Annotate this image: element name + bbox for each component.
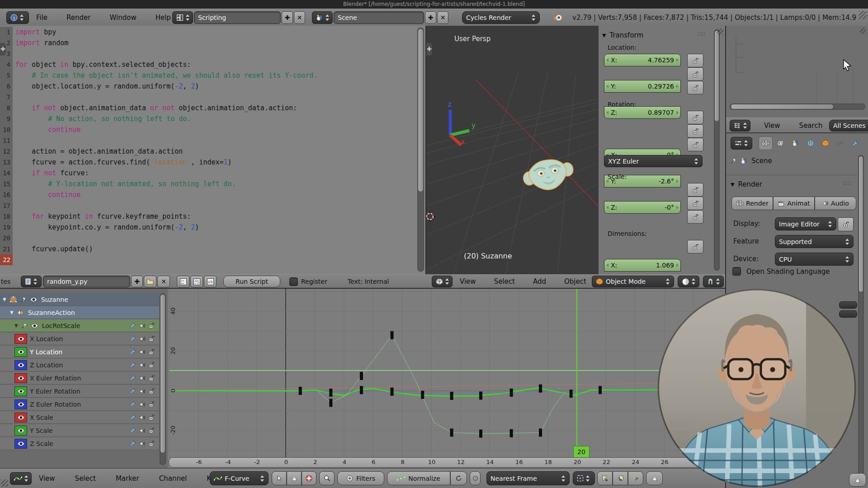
code-line[interactable]: 21 fcurve.update() (0, 244, 416, 254)
layout-delete-button[interactable]: ✕ (294, 11, 305, 24)
keyframe[interactable] (479, 430, 482, 438)
paste-keyframes-button[interactable] (613, 471, 628, 485)
lock-button[interactable] (838, 217, 854, 231)
mute-speaker-icon[interactable] (139, 348, 146, 355)
modifier-wrench-icon[interactable] (129, 361, 136, 368)
scene-add-button[interactable]: ✚ (425, 11, 436, 24)
cursor-toggle[interactable] (272, 471, 287, 485)
zoom-tool-button[interactable] (319, 471, 335, 485)
lock-icon[interactable] (148, 322, 155, 329)
properties-tab-render[interactable] (759, 136, 773, 150)
corner-grip[interactable] (859, 11, 867, 19)
curve-x-location[interactable] (169, 383, 722, 390)
snap-widget[interactable] (703, 276, 724, 287)
code-line[interactable]: 4for object in bpy.context.selected_obje… (0, 59, 416, 70)
lock-icon[interactable] (148, 440, 155, 447)
modifier-wrench-icon[interactable] (129, 335, 136, 342)
collapse-arrow-icon[interactable]: ▼ (602, 33, 606, 38)
text-open-button[interactable] (144, 276, 156, 287)
osl-checkbox[interactable] (732, 267, 741, 276)
keyframe[interactable] (510, 389, 513, 397)
snap-keys-button[interactable] (628, 471, 643, 485)
helpers-toggle[interactable] (302, 471, 316, 485)
mute-speaker-icon[interactable] (139, 375, 146, 381)
channel-eye-icon[interactable] (17, 349, 25, 355)
scene-selector-icon-button[interactable] (312, 11, 333, 24)
mute-speaker-icon[interactable] (139, 361, 146, 368)
audio-button[interactable]: Audio (815, 197, 856, 210)
editor-type-button-graph[interactable] (10, 472, 32, 485)
lock-button[interactable] (687, 81, 703, 94)
channels-scrollbar[interactable] (160, 293, 166, 465)
channel-eye-icon[interactable] (17, 402, 25, 407)
modifier-wrench-icon[interactable] (129, 375, 136, 381)
keyframe[interactable] (479, 392, 482, 400)
keyframe[interactable] (539, 428, 542, 436)
properties-tab-object[interactable] (818, 136, 832, 150)
properties-tab-modifiers[interactable] (848, 136, 862, 150)
mode-select[interactable]: Object Mode (592, 276, 674, 287)
code-line[interactable]: 18 for keypoint in fcurve.keyframe_point… (0, 211, 416, 222)
layout-add-button[interactable]: ✚ (282, 11, 293, 24)
text-editor[interactable]: 1import bpy2import random34for object in… (0, 26, 426, 274)
keyframe[interactable] (329, 399, 332, 407)
keyframe[interactable] (391, 388, 394, 396)
graph-mode-select[interactable]: F-Curve (210, 471, 269, 485)
keyframe[interactable] (510, 429, 513, 437)
shading-select[interactable] (678, 276, 699, 287)
lock-button[interactable] (687, 124, 703, 138)
menu-window[interactable]: Window (108, 9, 138, 26)
panel-grip-icon[interactable] (697, 32, 705, 37)
text-unlink-button[interactable]: ✕ (157, 276, 170, 287)
code-line[interactable]: 15 # Y-location not animated, so nothing… (0, 178, 416, 189)
eye-icon[interactable] (30, 297, 38, 302)
code-line[interactable]: 7 (0, 92, 416, 103)
filters-button[interactable]: Filters (337, 471, 384, 485)
render-button[interactable]: Render (731, 197, 773, 210)
number-field-z[interactable]: Z:0.89707 (604, 106, 681, 119)
word-wrap-toggle[interactable] (190, 276, 203, 287)
properties-context-button[interactable] (731, 137, 752, 150)
modifier-wrench-icon[interactable] (129, 401, 136, 408)
prop-select-feature[interactable]: Supported (775, 235, 854, 248)
channel-eye-icon[interactable] (17, 441, 25, 446)
viewport-menu-add[interactable]: Add (531, 275, 548, 288)
lock-button[interactable] (687, 197, 703, 210)
number-field-y[interactable]: Y:0.29726 (604, 80, 681, 93)
code-line[interactable]: 3 (0, 48, 416, 59)
number-field-x[interactable]: X:1.069 (604, 259, 681, 272)
menu-render[interactable]: Render (65, 9, 92, 26)
mute-speaker-icon[interactable] (139, 388, 146, 394)
number-field-x[interactable]: X:4.76259 (604, 54, 681, 66)
code-line[interactable]: 22 (0, 254, 416, 265)
modifier-wrench-icon[interactable] (129, 348, 136, 355)
mute-speaker-icon[interactable] (139, 440, 146, 447)
code-line[interactable]: 11 (0, 135, 416, 146)
channel-eye-icon[interactable] (17, 375, 25, 381)
viewport-menu-view[interactable]: View (458, 275, 478, 288)
copy-keyframes-button[interactable] (597, 471, 613, 485)
mute-speaker-icon[interactable] (139, 401, 146, 408)
normalize-toggle[interactable]: Normalize (387, 471, 450, 485)
editor-type-button-text[interactable] (21, 276, 42, 287)
panel-grip-icon[interactable] (843, 181, 851, 186)
text-datablock-field[interactable]: random_y.py (43, 276, 130, 287)
expander-icon[interactable]: ▼ (3, 297, 6, 302)
channel-eye-icon[interactable] (17, 389, 25, 394)
lock-icon[interactable] (148, 388, 155, 394)
modifier-wrench-icon[interactable] (129, 322, 136, 329)
channel-locrotscale[interactable]: ▼LocRotScale (0, 319, 159, 332)
channel-eye-icon[interactable] (17, 415, 25, 420)
keyframe[interactable] (360, 386, 363, 394)
editor-type-button-outliner[interactable] (730, 120, 750, 131)
viewport-menu-object[interactable]: Object (562, 275, 588, 288)
channel-z-scale[interactable]: Z Scale (0, 437, 159, 450)
code-line[interactable]: 10 continue (0, 124, 416, 135)
lock-icon[interactable] (148, 361, 155, 368)
channel-y-location[interactable]: Y Location (0, 346, 159, 358)
channel-z-euler-rotation[interactable]: Z Euler Rotation (0, 398, 159, 411)
lock-button[interactable] (687, 210, 703, 224)
keyframe[interactable] (391, 331, 394, 339)
mute-speaker-icon[interactable] (139, 414, 146, 421)
lock-button[interactable] (687, 138, 703, 151)
